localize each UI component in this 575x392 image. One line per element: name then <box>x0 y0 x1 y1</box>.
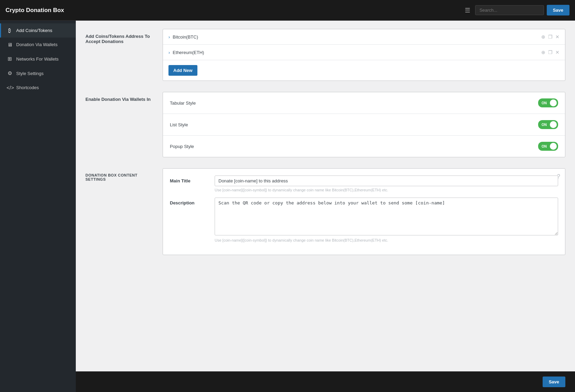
chevron-icon-ethereum: › <box>168 50 170 55</box>
close-icon-ethereum[interactable]: ✕ <box>555 50 559 55</box>
search-input[interactable] <box>475 5 544 15</box>
content-settings-label: DONATION BOX CONTENT SETTINGS <box>85 168 154 181</box>
tabular-style-toggle[interactable]: ON <box>538 98 558 107</box>
main-title-hint: Use [coin-name]{[coin-symbol]} to dynami… <box>215 188 558 192</box>
sidebar-label-donation-wallets: Donation Via Wallets <box>16 42 58 47</box>
sidebar: ₿ Add Coins/Tokens 🖥 Donation Via Wallet… <box>0 21 76 392</box>
add-coins-section: Add Coins/Tokens Address To Accept Donat… <box>85 29 565 81</box>
footer: Save <box>76 371 575 392</box>
popup-style-label: Popup Style <box>170 144 194 149</box>
sidebar-label-shortcodes: Shortcodes <box>16 85 39 90</box>
content-settings-content: ? Main Title Use [coin-name]{[coin-symbo… <box>163 168 565 255</box>
toggle-knob-list <box>550 121 557 128</box>
copy-icon-ethereum[interactable]: ❐ <box>548 50 553 55</box>
main-title-field-wrap: Use [coin-name]{[coin-symbol]} to dynami… <box>215 176 558 192</box>
menu-icon[interactable]: ☰ <box>463 4 472 16</box>
wallets-section-label: Enable Donation Via Wallets In <box>85 92 154 102</box>
main-title-field-row: Main Title Use [coin-name]{[coin-symbol]… <box>170 176 558 192</box>
main-title-field-label: Main Title <box>170 176 208 183</box>
app-title: Crypto Donation Box <box>6 7 64 14</box>
sidebar-item-networks-wallets[interactable]: ⊞ Networks For Wallets <box>0 52 76 66</box>
sidebar-item-style-settings[interactable]: ⚙ Style Settings <box>0 66 76 81</box>
main-title-input[interactable] <box>215 176 558 186</box>
save-button-footer[interactable]: Save <box>543 377 565 387</box>
toggle-knob-tabular <box>550 99 557 106</box>
save-button-header[interactable]: Save <box>547 5 569 15</box>
bitcoin-name: Bitcoin(BTC) <box>173 34 198 40</box>
header-left: Crypto Donation Box <box>6 7 64 14</box>
add-coins-label: Add Coins/Tokens Address To Accept Donat… <box>85 29 154 44</box>
sidebar-item-shortcodes[interactable]: </> Shortcodes <box>0 81 76 95</box>
ethereum-name: Ethereum(ETH) <box>173 50 204 55</box>
add-new-row: Add New <box>163 60 565 81</box>
bitcoin-actions: ⊕ ❐ ✕ <box>541 34 559 40</box>
content-area: Add Coins/Tokens Address To Accept Donat… <box>76 21 575 392</box>
description-field-label: Description <box>170 198 208 205</box>
list-style-toggle[interactable]: ON <box>538 120 558 129</box>
sidebar-label-networks-wallets: Networks For Wallets <box>16 56 59 62</box>
coin-row-bitcoin: › Bitcoin(BTC) ⊕ ❐ ✕ <box>163 29 565 45</box>
toggle-knob-popup <box>550 143 557 150</box>
tabular-style-label: Tabular Style <box>170 100 196 106</box>
toggles-container: Tabular Style ON List Style ON <box>163 92 565 157</box>
list-style-label: List Style <box>170 122 188 127</box>
copy-icon-bitcoin[interactable]: ❐ <box>548 34 553 40</box>
network-icon: ⊞ <box>7 56 13 62</box>
coin-row-ethereum-left: › Ethereum(ETH) <box>168 50 204 55</box>
add-new-button[interactable]: Add New <box>168 65 197 76</box>
main-layout: ₿ Add Coins/Tokens 🖥 Donation Via Wallet… <box>0 21 575 392</box>
monitor-icon: 🖥 <box>7 42 13 47</box>
close-icon-bitcoin[interactable]: ✕ <box>555 34 559 40</box>
description-textarea[interactable]: Scan the QR code or copy the address bel… <box>215 198 558 235</box>
main-content: Add Coins/Tokens Address To Accept Donat… <box>76 21 575 371</box>
coin-row-bitcoin-left: › Bitcoin(BTC) <box>168 34 198 40</box>
code-icon: </> <box>7 85 13 91</box>
sidebar-label-add-coins: Add Coins/Tokens <box>16 28 52 33</box>
header: Crypto Donation Box ☰ Save <box>0 0 575 21</box>
description-field-row: Description Scan the QR code or copy the… <box>170 198 558 242</box>
bitcoin-icon: ₿ <box>7 28 13 33</box>
description-field-wrap: Scan the QR code or copy the address bel… <box>215 198 558 242</box>
header-right: ☰ Save <box>463 4 569 16</box>
settings-icon: ⚙ <box>7 70 13 76</box>
tabular-style-row: Tabular Style ON <box>163 92 565 114</box>
coin-row-ethereum: › Ethereum(ETH) ⊕ ❐ ✕ <box>163 45 565 60</box>
sidebar-label-style-settings: Style Settings <box>16 71 44 76</box>
sidebar-item-add-coins[interactable]: ₿ Add Coins/Tokens <box>0 23 76 38</box>
ethereum-actions: ⊕ ❐ ✕ <box>541 50 559 55</box>
popup-style-toggle[interactable]: ON <box>538 142 558 151</box>
list-style-row: List Style ON <box>163 114 565 136</box>
move-icon-ethereum[interactable]: ⊕ <box>541 50 545 55</box>
description-hint: Use [coin-name]{[coin-symbol]} to dynami… <box>215 238 558 242</box>
wallets-section: Enable Donation Via Wallets In Tabular S… <box>85 92 565 157</box>
popup-style-row: Popup Style ON <box>163 136 565 157</box>
chevron-icon-bitcoin: › <box>168 34 170 40</box>
coins-list: › Bitcoin(BTC) ⊕ ❐ ✕ › Ethereum <box>163 29 565 81</box>
move-icon-bitcoin[interactable]: ⊕ <box>541 34 545 40</box>
help-icon[interactable]: ? <box>557 173 560 180</box>
sidebar-item-donation-wallets[interactable]: 🖥 Donation Via Wallets <box>0 38 76 52</box>
content-settings-section: DONATION BOX CONTENT SETTINGS ? Main Tit… <box>85 168 565 255</box>
